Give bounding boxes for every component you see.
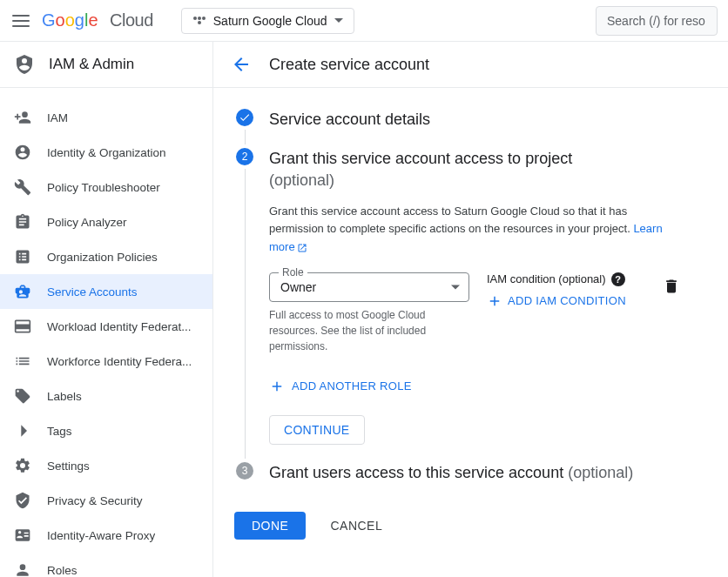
sidebar-item-service-accounts[interactable]: Service Accounts xyxy=(0,274,212,309)
role-select-value: Owner xyxy=(280,280,316,294)
person-circle-icon xyxy=(14,144,31,161)
back-arrow-icon[interactable] xyxy=(231,54,252,75)
sidebar-item-labels[interactable]: Labels xyxy=(0,379,212,413)
sidebar-item-label: Settings xyxy=(47,460,90,473)
content-header: Create service account xyxy=(213,42,728,88)
step-1-check-icon xyxy=(236,109,253,126)
sidebar-item-organization-policies[interactable]: Organization Policies xyxy=(0,239,212,274)
idcard-icon xyxy=(14,527,31,544)
sidebar-item-label: Service Accounts xyxy=(47,285,138,299)
page-title: Create service account xyxy=(269,56,429,74)
step-3: 3 Grant users access to this service acc… xyxy=(234,462,680,491)
delete-role-icon[interactable] xyxy=(663,278,680,295)
sidebar-item-label: Tags xyxy=(47,425,72,438)
sidebar: IAM & Admin IAMIdentity & OrganizationPo… xyxy=(0,42,213,577)
condition-label: IAM condition (optional) ? xyxy=(487,272,645,286)
sidebar-item-privacy-security[interactable]: Privacy & Security xyxy=(0,483,212,518)
sidebar-item-label: Workload Identity Federat... xyxy=(47,320,192,333)
sidebar-item-label: Identity-Aware Proxy xyxy=(47,529,155,542)
people-add-icon xyxy=(14,109,31,126)
step-2: 2 Grant this service account access to p… xyxy=(234,148,680,462)
sidebar-item-identity-aware-proxy[interactable]: Identity-Aware Proxy xyxy=(0,518,212,553)
sidebar-header: IAM & Admin xyxy=(0,42,212,88)
wrench-icon xyxy=(14,178,31,196)
google-cloud-logo[interactable]: Google Cloud xyxy=(42,10,153,31)
role-help-text: Full access to most Google Cloud resourc… xyxy=(269,307,469,354)
sidebar-item-label: Policy Troubleshooter xyxy=(47,181,160,194)
sidebar-item-label: Organization Policies xyxy=(47,251,158,264)
step-1: Service account details xyxy=(234,109,680,148)
tag-icon xyxy=(14,387,31,405)
sidebar-item-workload-identity-federat[interactable]: Workload Identity Federat... xyxy=(0,309,212,344)
add-iam-condition-button[interactable]: ADD IAM CONDITION xyxy=(487,293,645,309)
add-another-role-button[interactable]: ADD ANOTHER ROLE xyxy=(269,379,680,394)
sidebar-item-workforce-identity-federa[interactable]: Workforce Identity Federa... xyxy=(0,344,212,379)
form-actions: DONE CANCEL xyxy=(213,512,728,560)
sidebar-item-label: Labels xyxy=(47,390,82,403)
sidebar-title: IAM & Admin xyxy=(49,56,134,73)
caret-down-icon xyxy=(334,18,343,23)
plus-icon xyxy=(269,379,285,394)
done-button[interactable]: DONE xyxy=(234,512,306,540)
external-link-icon xyxy=(297,243,307,253)
list-box-icon xyxy=(14,248,31,265)
badge-icon xyxy=(14,283,31,300)
step-2-title: Grant this service account access to pro… xyxy=(269,148,680,191)
role-select-label: Role xyxy=(279,266,307,278)
role-select[interactable]: Role Owner xyxy=(269,272,469,302)
top-bar: Google Cloud Saturn Google Cloud Search … xyxy=(0,0,728,42)
continue-button[interactable]: CONTINUE xyxy=(269,415,365,445)
svg-text:Google: Google xyxy=(42,10,98,30)
card-icon xyxy=(14,318,31,335)
sidebar-item-settings[interactable]: Settings xyxy=(0,448,212,483)
sidebar-item-tags[interactable]: Tags xyxy=(0,413,212,448)
project-dots-icon xyxy=(192,14,206,28)
step-2-description: Grant this service account access to Sat… xyxy=(269,203,680,257)
shield-icon xyxy=(14,54,35,75)
cancel-button[interactable]: CANCEL xyxy=(320,512,393,540)
logo-text: Cloud xyxy=(110,10,153,30)
sidebar-item-label: Policy Analyzer xyxy=(47,216,127,229)
sidebar-item-iam[interactable]: IAM xyxy=(0,100,212,135)
sidebar-item-label: Identity & Organization xyxy=(47,146,166,159)
sidebar-item-label: IAM xyxy=(47,111,68,124)
sidebar-item-roles[interactable]: Roles xyxy=(0,553,212,577)
clipboard-icon xyxy=(14,213,31,231)
search-input[interactable]: Search (/) for reso xyxy=(596,6,718,36)
step-1-title[interactable]: Service account details xyxy=(269,109,680,131)
sidebar-item-policy-analyzer[interactable]: Policy Analyzer xyxy=(0,205,212,239)
sidebar-item-label: Roles xyxy=(47,564,78,577)
menu-icon[interactable] xyxy=(10,10,31,31)
project-name: Saturn Google Cloud xyxy=(213,14,327,28)
project-selector[interactable]: Saturn Google Cloud xyxy=(181,8,354,34)
list-icon xyxy=(14,352,31,370)
help-icon[interactable]: ? xyxy=(611,272,625,286)
step-3-number: 3 xyxy=(236,462,253,480)
sidebar-item-label: Privacy & Security xyxy=(47,494,143,507)
plus-icon xyxy=(487,293,502,309)
person-icon xyxy=(14,561,31,577)
step-3-title[interactable]: Grant users access to this service accou… xyxy=(269,462,680,484)
step-2-number: 2 xyxy=(236,148,253,165)
bookmark-icon xyxy=(14,422,31,439)
content: Create service account Service account d… xyxy=(213,42,728,577)
sidebar-item-policy-troubleshooter[interactable]: Policy Troubleshooter xyxy=(0,170,212,205)
shield-check-icon xyxy=(14,492,31,509)
gear-icon xyxy=(14,457,31,474)
caret-down-icon xyxy=(451,285,460,289)
sidebar-item-label: Workforce Identity Federa... xyxy=(47,355,192,368)
sidebar-item-identity-organization[interactable]: Identity & Organization xyxy=(0,135,212,170)
